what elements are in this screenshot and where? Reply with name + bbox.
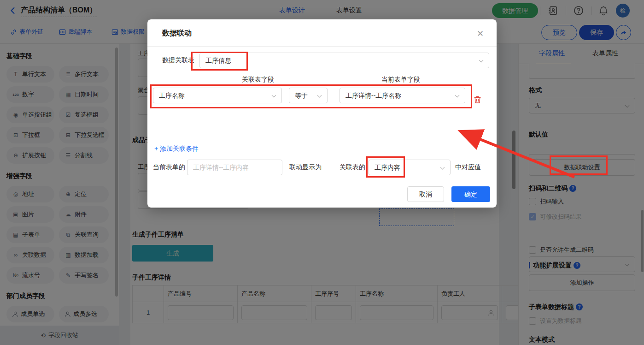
condition-field-value: 工序名称 [159, 92, 185, 99]
condition-target-value: 工序详情--工序名称 [345, 92, 401, 99]
relation-table-value: 工序信息 [205, 57, 231, 64]
col-header-current-field: 当前表单字段 [381, 76, 420, 84]
relation-field-value: 工序内容 [375, 164, 400, 171]
chevron-down-icon [479, 58, 484, 63]
relation-table-label: 数据关联表 [162, 56, 194, 65]
current-form-prefix: 当前表单的 [153, 163, 185, 172]
add-condition-link[interactable]: + 添加关联条件 [154, 145, 199, 153]
chevron-down-icon [317, 93, 322, 98]
app-root: 产品结构清单（BOM） 表单设计 表单设置 数据管理 检 表单外链 后端脚本 数… [0, 0, 644, 345]
relation-table-prefix: 关联表的 [340, 163, 365, 172]
data-linkage-modal: 数据联动 ✕ 数据关联表 工序信息 关联表字段 当前表单字段 工序名称 等于 工… [147, 19, 497, 208]
cancel-button[interactable]: 取消 [407, 186, 444, 202]
chevron-down-icon [440, 165, 445, 170]
chevron-down-icon [455, 93, 460, 98]
display-as-label: 联动显示为 [289, 163, 322, 172]
current-field-input[interactable]: 工序详情--工序内容 [187, 160, 282, 175]
condition-field-select[interactable]: 工序名称 [153, 88, 282, 103]
chevron-down-icon [272, 93, 276, 98]
ok-button[interactable]: 确定 [451, 186, 490, 202]
divider [147, 46, 497, 47]
condition-target-select[interactable]: 工序详情--工序名称 [340, 88, 465, 103]
condition-operator-select[interactable]: 等于 [289, 88, 328, 103]
modal-title: 数据联动 [162, 29, 192, 38]
relation-field-select[interactable]: 工序内容 [369, 160, 451, 175]
col-header-relation-field: 关联表字段 [242, 76, 274, 84]
corresponding-value-label: 中对应值 [455, 163, 481, 172]
close-icon[interactable]: ✕ [477, 29, 484, 39]
delete-condition-icon[interactable] [474, 95, 481, 104]
condition-operator-value: 等于 [295, 92, 308, 99]
relation-table-select[interactable]: 工序信息 [199, 53, 489, 68]
